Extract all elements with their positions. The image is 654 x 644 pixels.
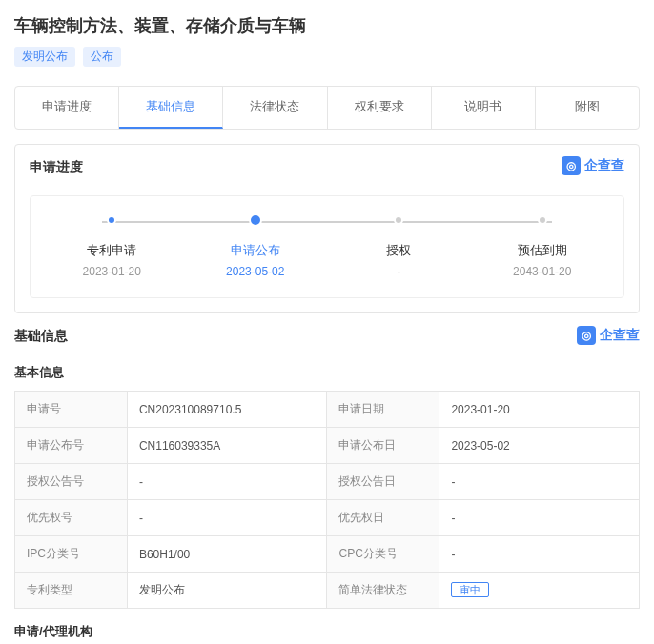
basic-table: 申请号CN202310089710.5申请日期2023-01-20 申请公布号C… [14,391,640,609]
basic-section: 基础信息 ◎ 企查查 基本信息 申请号CN202310089710.5申请日期2… [14,328,640,644]
cell-value: 审中 [439,573,640,609]
logo-text: 企查查 [600,327,640,344]
cell-label: 优先权日 [327,500,439,536]
sub-agency: 申请/代理机构 [14,623,640,640]
dot-icon [538,215,547,225]
tab-legal[interactable]: 法律状态 [223,87,327,129]
step-date: - [327,265,471,278]
cell-label: 简单法律状态 [327,573,439,609]
logo-icon: ◎ [562,156,581,175]
step-label: 预估到期 [471,242,615,259]
logo-text: 企查查 [584,157,624,174]
tag-status: 发明公布 [14,47,75,67]
dot-icon [249,213,262,227]
cell-value: - [127,500,327,536]
status-badge[interactable]: 审中 [451,582,489,597]
step-label: 申请公布 [184,242,328,259]
cell-label: 优先权号 [15,500,128,536]
tab-progress[interactable]: 申请进度 [15,87,119,129]
step-publish: 申请公布 2023-05-02 [184,215,328,278]
cell-label: 专利类型 [15,573,128,609]
tag-row: 发明公布 公布 [14,47,640,67]
tab-bar: 申请进度 基础信息 法律状态 权利要求 说明书 附图 [14,86,640,130]
timeline: 专利申请 2023-01-20 申请公布 2023-05-02 授权 - 预估到… [30,195,624,298]
tab-claims[interactable]: 权利要求 [328,87,432,129]
basic-title: 基础信息 [14,328,640,345]
cell-label: IPC分类号 [15,536,128,573]
table-row: 授权公告号-授权公告日- [15,464,640,500]
step-expire: 预估到期 2043-01-20 [471,215,615,278]
cell-value: - [439,536,640,573]
cell-value: 2023-01-20 [439,392,640,428]
cell-value: 发明公布 [127,573,327,609]
step-grant: 授权 - [327,215,471,278]
tab-spec[interactable]: 说明书 [432,87,536,129]
brand-logo: ◎ 企查查 [577,326,640,345]
cell-value: CN116039335A [127,428,327,464]
progress-section: 申请进度 ◎ 企查查 专利申请 2023-01-20 申请公布 2023-05-… [14,144,640,313]
cell-value: B60H1/00 [127,536,327,573]
cell-label: 授权公告号 [15,464,128,500]
cell-label: 授权公告日 [327,464,439,500]
cell-value: - [127,464,327,500]
sub-basic: 基本信息 [14,364,640,381]
table-row: 申请公布号CN116039335A申请公布日2023-05-02 [15,428,640,464]
dot-icon [107,215,116,225]
table-row: 优先权号-优先权日- [15,500,640,536]
brand-logo: ◎ 企查查 [562,156,624,175]
progress-title: 申请进度 [30,159,624,176]
tab-drawings[interactable]: 附图 [536,87,639,129]
step-apply: 专利申请 2023-01-20 [40,215,184,278]
step-date: 2043-01-20 [471,265,615,278]
step-date: 2023-05-02 [184,265,328,278]
step-label: 专利申请 [40,242,184,259]
table-row: 申请号CN202310089710.5申请日期2023-01-20 [15,392,640,428]
cell-label: 申请日期 [327,392,439,428]
table-row: IPC分类号B60H1/00CPC分类号- [15,536,640,573]
step-label: 授权 [327,242,471,259]
cell-value: - [439,464,640,500]
table-row: 专利类型发明公布简单法律状态审中 [15,573,640,609]
cell-label: 申请号 [15,392,128,428]
cell-value: CN202310089710.5 [127,392,327,428]
page-title: 车辆控制方法、装置、存储介质与车辆 [14,14,640,37]
tab-basic[interactable]: 基础信息 [119,87,223,129]
tag-publish: 公布 [83,47,121,67]
step-date: 2023-01-20 [40,265,184,278]
cell-label: 申请公布日 [327,428,439,464]
cell-label: 申请公布号 [15,428,128,464]
cell-value: - [439,500,640,536]
cell-label: CPC分类号 [327,536,439,573]
logo-icon: ◎ [577,326,596,345]
dot-icon [394,215,403,225]
cell-value: 2023-05-02 [439,428,640,464]
